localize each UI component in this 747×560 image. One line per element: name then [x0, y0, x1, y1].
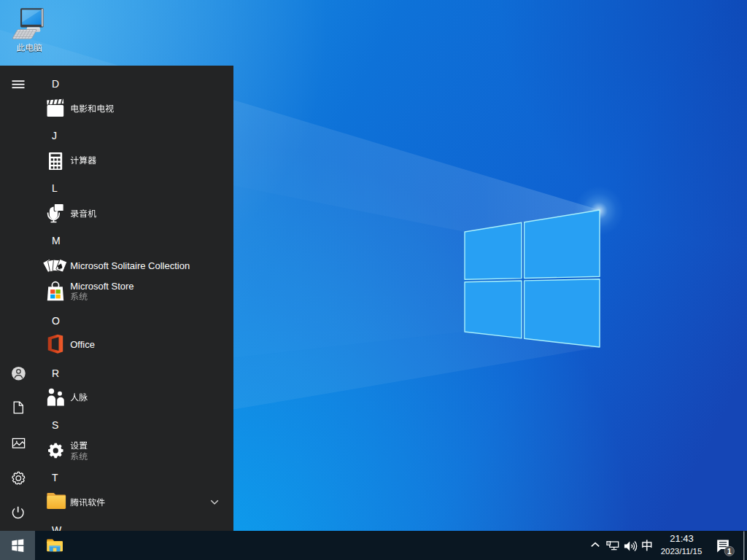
svg-text:M: M — [52, 235, 61, 246]
svg-text:L: L — [52, 182, 58, 194]
svg-text:O: O — [52, 315, 60, 327]
svg-text:T: T — [52, 472, 58, 483]
svg-text:1: 1 — [727, 548, 732, 556]
svg-text:R: R — [52, 368, 59, 379]
svg-text:21:43: 21:43 — [670, 533, 694, 544]
svg-text:Office: Office — [70, 339, 95, 350]
svg-text:Microsoft Store: Microsoft Store — [70, 281, 133, 292]
svg-text:Microsoft Solitaire Collection: Microsoft Solitaire Collection — [70, 260, 190, 271]
svg-text:D: D — [52, 78, 59, 90]
svg-text:S: S — [52, 419, 58, 431]
svg-text:J: J — [52, 130, 57, 141]
svg-text:2023/11/15: 2023/11/15 — [661, 547, 703, 556]
